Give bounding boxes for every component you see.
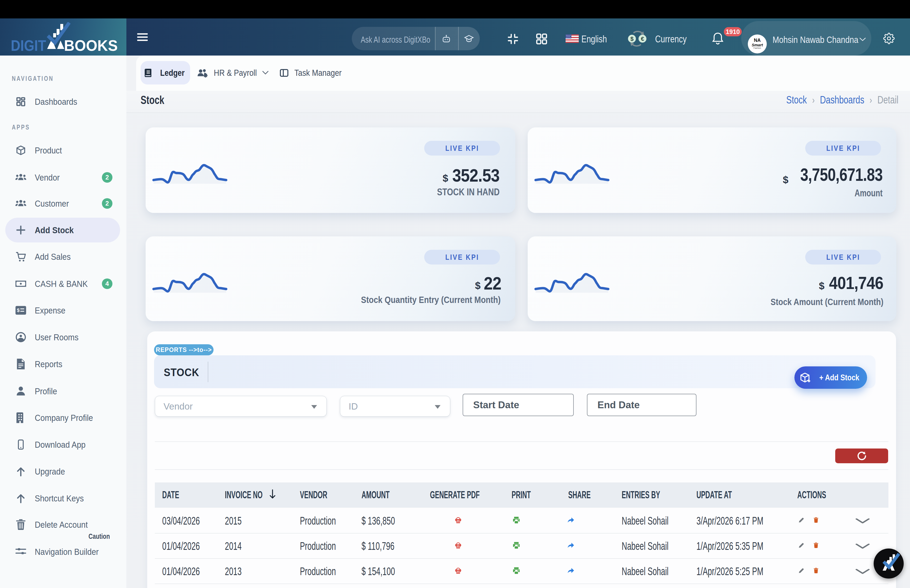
- svg-text:DIGIT: DIGIT: [11, 37, 46, 53]
- svg-text:BOOKS: BOOKS: [64, 37, 118, 53]
- svg-text:€: €: [641, 36, 644, 42]
- svg-text:$: $: [630, 36, 634, 42]
- svg-text:$: $: [17, 307, 19, 313]
